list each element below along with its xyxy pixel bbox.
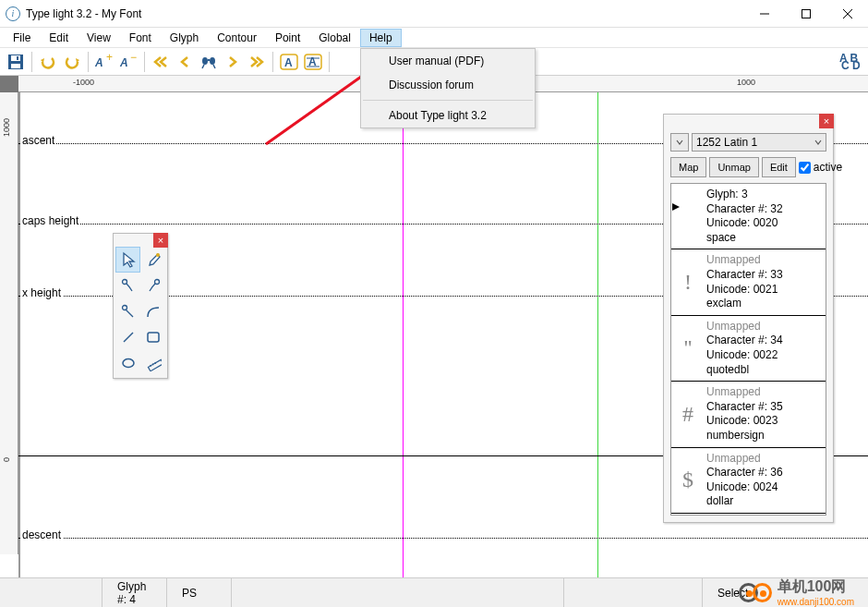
delete-point-tool[interactable] <box>140 273 165 298</box>
ruler-v-tick-0: 0 <box>2 457 11 462</box>
ellipse-tool[interactable] <box>115 350 140 376</box>
svg-text:A: A <box>94 56 103 69</box>
save-button[interactable] <box>5 51 27 73</box>
prev-glyph-button[interactable] <box>174 51 196 73</box>
ab-view-button[interactable]: A BC D <box>836 51 863 73</box>
redo-button[interactable] <box>61 51 83 73</box>
svg-line-28 <box>126 310 133 317</box>
svg-rect-30 <box>148 333 159 342</box>
glyph-info: UnmappedCharacter #: 35Unicode: 0023numb… <box>705 382 826 446</box>
svg-line-29 <box>124 333 133 342</box>
undo-button[interactable] <box>37 51 59 73</box>
window-title: Type light 3.2 - My Font <box>26 7 743 20</box>
window-maximize-button[interactable] <box>785 0 826 27</box>
svg-text:−: − <box>130 54 137 64</box>
help-discussion-forum[interactable]: Discussion forum <box>361 73 535 97</box>
menu-font[interactable]: Font <box>120 29 161 47</box>
svg-rect-6 <box>11 64 20 68</box>
menu-view[interactable]: View <box>78 29 120 47</box>
menu-file[interactable]: File <box>4 29 40 47</box>
window-titlebar: i Type light 3.2 - My Font <box>0 0 868 28</box>
tool-palette-close[interactable]: × <box>153 233 168 248</box>
codepage-dropdown-arrow[interactable] <box>670 133 689 152</box>
zoom-out-button[interactable]: A− <box>117 51 139 73</box>
advance-width-guide[interactable] <box>597 92 598 577</box>
first-glyph-button[interactable] <box>150 51 172 73</box>
glyph-info: UnmappedCharacter #: 37Unicode: 0025perc… <box>705 514 826 516</box>
line-tool[interactable] <box>115 324 140 350</box>
help-dropdown: User manual (PDF) Discussion forum About… <box>360 48 536 128</box>
svg-text:A: A <box>119 56 128 69</box>
svg-point-26 <box>154 280 159 285</box>
origin-guide <box>18 92 20 577</box>
glyph-info: UnmappedCharacter #: 33Unicode: 0021excl… <box>705 249 826 314</box>
unmap-button[interactable]: Unmap <box>709 157 758 177</box>
glyph-info: UnmappedCharacter #: 34Unicode: 0022quot… <box>705 316 826 381</box>
descent-guide[interactable]: descent <box>18 538 868 539</box>
svg-point-13 <box>210 57 215 65</box>
glyph-char: $ <box>671 467 705 492</box>
pointer-tool[interactable] <box>115 247 140 273</box>
status-mode: PS <box>166 578 231 607</box>
app-icon: i <box>6 6 20 21</box>
menu-global[interactable]: Global <box>309 29 360 47</box>
glyph-list-row[interactable]: '' UnmappedCharacter #: 34Unicode: 0022q… <box>671 316 826 382</box>
codepage-select[interactable]: 1252 Latin 1 <box>692 133 826 152</box>
help-about[interactable]: About Type light 3.2 <box>361 103 535 127</box>
ruler-v-tick-1000: 1000 <box>2 118 11 137</box>
magenta-guide[interactable] <box>403 92 404 577</box>
svg-point-12 <box>202 57 208 65</box>
svg-rect-5 <box>11 55 20 61</box>
glyph-map-panel[interactable]: × 1252 Latin 1 Map Unmap Edit active Gly… <box>663 114 834 523</box>
window-close-button[interactable] <box>826 0 868 27</box>
glyph-list-row[interactable]: # UnmappedCharacter #: 35Unicode: 0023nu… <box>671 382 826 447</box>
glyph-char: '' <box>671 335 705 360</box>
pen-tool[interactable] <box>140 247 165 273</box>
tool-palette[interactable]: × <box>113 233 168 379</box>
svg-point-24 <box>156 253 160 257</box>
menu-help[interactable]: Help <box>360 29 402 47</box>
edit-glyph-button[interactable]: Edit <box>762 157 796 177</box>
svg-rect-7 <box>17 56 18 60</box>
active-checkbox[interactable]: active <box>799 161 842 174</box>
next-glyph-button[interactable] <box>222 51 244 73</box>
ruler-h-tick-pos: 1000 <box>737 78 755 87</box>
menu-contour[interactable]: Contour <box>208 29 266 47</box>
glyph-list-row[interactable]: Glyph: 3Character #: 32Unicode: 0020spac… <box>671 184 826 249</box>
menu-edit[interactable]: Edit <box>40 29 78 47</box>
zoom-in-button[interactable]: A+ <box>93 51 115 73</box>
glyph-map-close[interactable]: × <box>819 114 834 128</box>
watermark: 单机100网www.danji100.com <box>739 577 854 607</box>
glyph-list-row[interactable]: ! UnmappedCharacter #: 33Unicode: 0021ex… <box>671 249 826 315</box>
measure-tool[interactable] <box>140 350 165 376</box>
glyph-list-row[interactable]: % UnmappedCharacter #: 37Unicode: 0025pe… <box>671 514 826 516</box>
ruler-corner <box>0 76 18 92</box>
vertical-ruler: 1000 0 <box>0 92 18 554</box>
status-empty1 <box>231 578 563 607</box>
menu-point[interactable]: Point <box>266 29 309 47</box>
glyph-char: # <box>671 402 705 427</box>
window-minimize-button[interactable] <box>743 0 785 27</box>
add-point-tool[interactable] <box>115 273 140 298</box>
glyph-info: UnmappedCharacter #: 36Unicode: 0024doll… <box>705 448 826 513</box>
status-blank <box>0 578 102 607</box>
glyph-info: Glyph: 3Character #: 32Unicode: 0020spac… <box>705 184 826 249</box>
svg-rect-1 <box>802 9 810 18</box>
find-button[interactable] <box>198 51 220 73</box>
map-button[interactable]: Map <box>670 157 706 177</box>
curve-tool[interactable] <box>140 298 165 324</box>
glyph-list[interactable]: Glyph: 3Character #: 32Unicode: 0020spac… <box>670 183 826 516</box>
svg-point-25 <box>122 280 127 285</box>
rectangle-tool[interactable] <box>140 324 165 350</box>
status-empty2 <box>563 578 702 607</box>
corner-tool[interactable] <box>115 298 140 324</box>
svg-point-31 <box>123 359 134 368</box>
status-glyph: Glyph #: 4 <box>102 578 166 607</box>
ruler-h-tick-neg: -1000 <box>73 78 94 87</box>
svg-text:+: + <box>106 54 113 64</box>
svg-point-27 <box>122 306 127 310</box>
menubar: File Edit View Font Glyph Contour Point … <box>0 28 868 48</box>
glyph-list-row[interactable]: $ UnmappedCharacter #: 36Unicode: 0024do… <box>671 448 826 514</box>
menu-glyph[interactable]: Glyph <box>161 29 208 47</box>
help-user-manual[interactable]: User manual (PDF) <box>361 49 535 73</box>
